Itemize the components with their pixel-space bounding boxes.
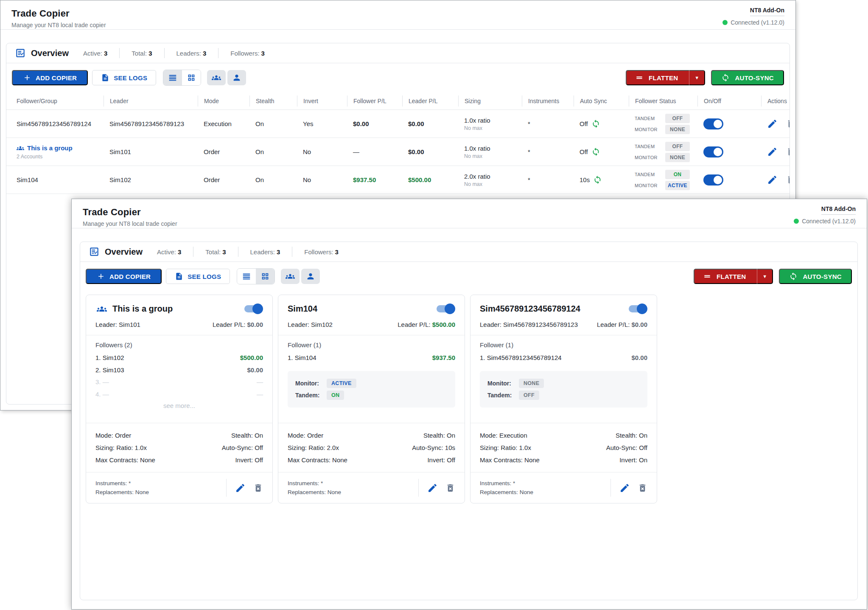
- group-link[interactable]: This is a group: [17, 144, 104, 152]
- sync-icon: [789, 272, 798, 281]
- edit-icon[interactable]: [767, 174, 778, 185]
- connection-status: Connected (v1.12.0): [722, 19, 784, 26]
- person-filter-button[interactable]: [301, 269, 320, 284]
- groups-filter-button[interactable]: [207, 70, 226, 85]
- follower-item: 2. Sim103$0.00: [95, 364, 263, 377]
- col-leader: Leader: [104, 96, 198, 107]
- sync-icon[interactable]: [591, 147, 600, 156]
- delete-icon[interactable]: [445, 483, 455, 493]
- grid-view-button[interactable]: [182, 70, 201, 85]
- table-row: This is a group 2 Accounts Sim101 Order …: [6, 138, 790, 166]
- onoff-toggle[interactable]: [703, 118, 723, 129]
- cell-invert: No: [297, 148, 347, 155]
- followers-label: Followers (2): [95, 341, 263, 349]
- autosync-value: Auto-Sync: Off: [606, 441, 647, 454]
- list-view-button[interactable]: [237, 269, 256, 284]
- flatten-icon: [635, 73, 644, 82]
- card-followers-section: Follower (1) 1. Sim104$937.50 Monitor:AC…: [278, 335, 465, 423]
- onoff-toggle[interactable]: [703, 174, 723, 186]
- card-instruments-section: Instruments: *Replacements: None: [86, 472, 272, 503]
- card-title: Sim456789123456789124: [480, 304, 580, 314]
- grid-view-button[interactable]: [256, 269, 274, 284]
- plus-icon: [23, 73, 31, 82]
- document-icon: [175, 272, 183, 281]
- cell-sizing: 1.0x ratio: [464, 145, 522, 152]
- mode-value: Mode: Execution: [480, 429, 527, 441]
- copier-card-group: This is a group Leader: Sim101 Leader P/…: [86, 295, 273, 503]
- person-icon: [232, 73, 241, 82]
- sizing-value: Sizing: Ratio: 2.0x: [288, 441, 339, 454]
- sync-icon[interactable]: [593, 175, 602, 184]
- cell-sizing: 1.0x ratio: [464, 117, 522, 124]
- invert-value: Invert: Off: [235, 454, 263, 466]
- col-sizing: Sizing: [458, 96, 522, 107]
- see-logs-button[interactable]: SEE LOGS: [92, 70, 156, 85]
- flatten-dropdown-button[interactable]: ▼: [757, 269, 772, 284]
- auto-sync-button[interactable]: AUTO-SYNC: [711, 70, 784, 85]
- edit-icon[interactable]: [767, 146, 778, 157]
- cell-leader: Sim456789123456789123: [104, 120, 198, 127]
- toolbar: ADD COPIER SEE LOGS FLATTEN ▼: [80, 262, 857, 291]
- cell-leader: Sim102: [104, 176, 198, 183]
- cell-mode: Order: [198, 176, 249, 183]
- cell-auto-sync: 10s: [580, 176, 590, 183]
- cell-follower-pl: $937.50: [347, 176, 402, 183]
- card-leader: Leader: Sim101: [95, 321, 140, 328]
- person-filter-button[interactable]: [227, 70, 246, 85]
- connection-label: Connected (v1.12.0): [802, 218, 856, 225]
- add-copier-button[interactable]: ADD COPIER: [12, 70, 88, 85]
- auto-sync-button[interactable]: AUTO-SYNC: [779, 269, 852, 284]
- delete-icon[interactable]: [786, 119, 790, 129]
- groups-filter-button[interactable]: [281, 269, 300, 284]
- cell-follower: Sim456789123456789124: [17, 120, 104, 127]
- view-mode-toggle: [163, 70, 201, 86]
- delete-icon[interactable]: [253, 483, 263, 493]
- stat-followers: Followers:3: [230, 50, 265, 57]
- list-view-button[interactable]: [163, 70, 182, 85]
- col-leader-pl: Leader P/L: [402, 96, 458, 107]
- invert-value: Invert: On: [619, 454, 647, 466]
- tandem-badge: ON: [665, 170, 690, 179]
- sizing-value: Sizing: Ratio: 1.0x: [95, 441, 147, 454]
- overview-stats: Active:3 Total:3 Leaders:3 Followers:3: [157, 247, 339, 257]
- mode-value: Mode: Order: [288, 429, 323, 441]
- card-onoff-toggle[interactable]: [244, 304, 263, 314]
- cell-stealth: On: [249, 176, 297, 183]
- monitor-badge: NONE: [519, 379, 544, 388]
- page-title: Trade Copier: [83, 207, 856, 218]
- front-window: Trade Copier Manage your NT8 local trade…: [71, 199, 867, 610]
- document-icon: [101, 73, 109, 82]
- cell-instruments: *: [522, 148, 574, 155]
- cell-auto-sync: Off: [580, 148, 588, 155]
- delete-icon[interactable]: [786, 147, 790, 157]
- delete-icon[interactable]: [638, 483, 647, 493]
- connected-dot-icon: [722, 20, 728, 25]
- monitor-badge: ACTIVE: [665, 181, 690, 190]
- cell-instruments: *: [522, 176, 574, 183]
- edit-icon[interactable]: [767, 118, 778, 129]
- col-follower-group: Follower/Group: [17, 96, 104, 107]
- edit-icon[interactable]: [235, 483, 246, 493]
- group-filter-toggle: [281, 269, 320, 284]
- view-mode-toggle: [237, 268, 275, 284]
- sync-icon[interactable]: [591, 119, 600, 128]
- flatten-button[interactable]: FLATTEN ▼: [694, 269, 773, 284]
- card-onoff-toggle[interactable]: [436, 304, 455, 314]
- edit-icon[interactable]: [427, 483, 438, 493]
- see-logs-button[interactable]: SEE LOGS: [166, 269, 230, 284]
- onoff-toggle[interactable]: [703, 146, 723, 157]
- col-follower-status: Follower Status: [629, 96, 697, 107]
- connection-label: Connected (v1.12.0): [731, 19, 784, 26]
- add-copier-button[interactable]: ADD COPIER: [86, 269, 162, 284]
- flatten-icon: [703, 272, 711, 281]
- sync-icon: [721, 73, 730, 82]
- follower-item-empty: 3. ——: [95, 376, 263, 388]
- edit-icon[interactable]: [619, 483, 630, 493]
- cell-invert: Yes: [297, 120, 347, 127]
- flatten-dropdown-button[interactable]: ▼: [689, 70, 704, 85]
- card-onoff-toggle[interactable]: [628, 304, 647, 314]
- flatten-button[interactable]: FLATTEN ▼: [626, 70, 705, 85]
- see-more-link[interactable]: see more...: [95, 402, 263, 409]
- card-leader-pl: Leader P/L:$0.00: [597, 321, 647, 328]
- delete-icon[interactable]: [786, 175, 790, 185]
